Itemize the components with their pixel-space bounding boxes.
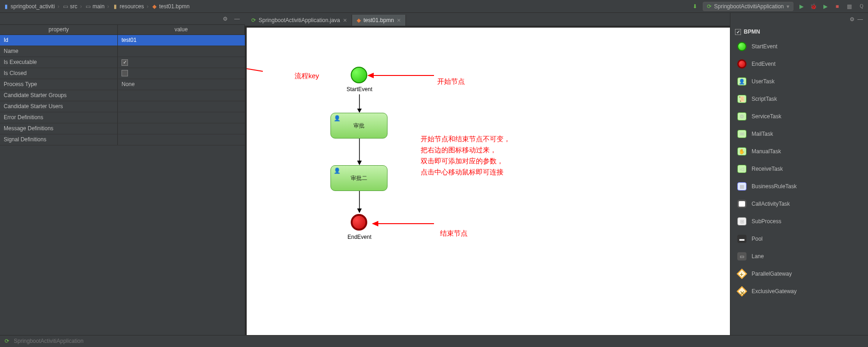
- property-value[interactable]: [118, 68, 245, 79]
- palette-item-usertask[interactable]: 👤UserTask: [730, 73, 868, 90]
- coverage-button[interactable]: ▶: [821, 2, 829, 11]
- pool-icon: ▬: [737, 234, 747, 244]
- property-row[interactable]: Idtest01: [0, 35, 245, 46]
- property-row[interactable]: Signal Definitions: [0, 134, 245, 145]
- rule-icon: ▦: [737, 181, 747, 191]
- palette-item-startevent[interactable]: StartEvent: [730, 38, 868, 55]
- palette-item-pool[interactable]: ▬Pool: [730, 230, 868, 248]
- tab-java-file[interactable]: ⟳ SpringbootActivitiApplication.java ✕: [247, 15, 352, 26]
- property-row[interactable]: Candidate Starter Users: [0, 101, 245, 112]
- gear-icon[interactable]: ⚙: [221, 15, 229, 23]
- property-row[interactable]: Candidate Starter Groups: [0, 90, 245, 101]
- close-icon[interactable]: ✕: [397, 17, 401, 23]
- bpmn-start-event[interactable]: [351, 67, 367, 83]
- sequence-flow[interactable]: [359, 191, 360, 213]
- palette-item-endevent[interactable]: EndEvent: [730, 55, 868, 73]
- resources-icon: ▮: [112, 3, 118, 10]
- breadcrumb-sep: ›: [107, 3, 109, 10]
- palette-item-label: CallActivityTask: [752, 201, 790, 207]
- tab-label: SpringbootActivitiApplication.java: [259, 17, 340, 23]
- palette-item-parallelgateway[interactable]: +ParallelGateway: [730, 265, 868, 283]
- top-toolbar-right: ⬇ ⟳ SpringbootActivitiApplication ▾ ▶ 🐞 …: [691, 2, 865, 11]
- property-value[interactable]: [118, 46, 245, 57]
- property-value[interactable]: [118, 90, 245, 101]
- svg-marker-11: [372, 221, 378, 226]
- property-header-property: property: [0, 25, 118, 35]
- bpmn-user-task-2[interactable]: 👤 审批二: [330, 165, 388, 191]
- exclusive-icon: ✕: [737, 286, 747, 296]
- breadcrumb-file[interactable]: ◆ test01.bpmn: [151, 3, 190, 10]
- property-name: Is Closed: [0, 68, 118, 79]
- tab-bpmn-file[interactable]: ◆ test01.bpmn ✕: [352, 15, 406, 26]
- property-value[interactable]: [118, 134, 245, 145]
- palette-item-callactivitytask[interactable]: CallActivityTask: [730, 195, 868, 213]
- palette-item-receivetask[interactable]: ◁ReceiveTask: [730, 160, 868, 178]
- search-button[interactable]: Ｑ: [857, 2, 865, 11]
- palette-item-subprocess[interactable]: ⊞SubProcess: [730, 213, 868, 230]
- breadcrumb-main[interactable]: ▭ main: [85, 3, 104, 10]
- palette-item-mailtask[interactable]: ✉MailTask: [730, 125, 868, 143]
- call-icon: [737, 199, 747, 209]
- gear-icon[interactable]: ⚙: [848, 15, 856, 23]
- property-value[interactable]: None: [118, 79, 245, 90]
- palette-item-servicetask[interactable]: ⚙ServiceTask: [730, 108, 868, 125]
- anno-line: 点击中心移动鼠标即可连接: [421, 167, 510, 178]
- run-button[interactable]: ▶: [797, 2, 805, 11]
- breadcrumb-project[interactable]: ▮ springboot_activiti: [3, 3, 55, 10]
- bpmn-user-task-1[interactable]: 👤 审批: [330, 113, 388, 139]
- breadcrumb-src[interactable]: ▭ src: [62, 3, 77, 10]
- property-row[interactable]: Message Definitions: [0, 123, 245, 134]
- annotation-arrow: [247, 46, 265, 74]
- sequence-flow[interactable]: [359, 94, 360, 113]
- palette-item-label: ReceiveTask: [752, 166, 783, 172]
- property-value[interactable]: [118, 57, 245, 68]
- close-icon[interactable]: ✕: [343, 17, 347, 23]
- property-value[interactable]: [118, 112, 245, 123]
- palette-item-label: ManualTask: [752, 148, 781, 155]
- bpmn-canvas[interactable]: StartEvent 👤 审批 👤 审批二: [247, 28, 730, 335]
- gear-icon: ⚙: [737, 111, 747, 121]
- property-panel-toolbar: ⚙ —: [0, 13, 245, 25]
- palette-item-label: SubProcess: [752, 218, 781, 225]
- layout-button[interactable]: ▦: [845, 2, 853, 11]
- bpmn-end-event[interactable]: [351, 214, 367, 231]
- checkbox-icon[interactable]: [122, 70, 128, 76]
- checkbox-icon[interactable]: ✓: [735, 29, 741, 35]
- editor-area: ⟳ SpringbootActivitiApplication.java ✕ ◆…: [245, 13, 730, 335]
- palette-item-scripttask[interactable]: 📜ScriptTask: [730, 90, 868, 108]
- stop-button[interactable]: ■: [833, 2, 841, 11]
- palette-panel: ⚙ — ✓ BPMN StartEventEndEvent👤UserTask📜S…: [730, 13, 868, 335]
- script-icon: 📜: [737, 94, 747, 104]
- palette-item-lane[interactable]: ▭Lane: [730, 248, 868, 265]
- breadcrumb-src-label: src: [70, 3, 77, 10]
- run-configuration-select[interactable]: ⟳ SpringbootActivitiApplication ▾: [703, 2, 793, 11]
- debug-button[interactable]: 🐞: [809, 2, 817, 11]
- checkbox-icon[interactable]: [122, 59, 128, 66]
- annotation-arrow: [367, 71, 436, 80]
- spring-icon: ⟳: [251, 17, 256, 23]
- palette-item-manualtask[interactable]: ✋ManualTask: [730, 143, 868, 160]
- property-value[interactable]: test01: [118, 35, 245, 46]
- property-row[interactable]: Name: [0, 46, 245, 57]
- bpmn-file-icon: ◆: [151, 3, 158, 10]
- user-icon: 👤: [334, 168, 341, 174]
- property-row[interactable]: Is Executable: [0, 57, 245, 68]
- minimize-panel-icon[interactable]: —: [856, 15, 864, 23]
- svg-line-6: [247, 51, 263, 71]
- palette-item-businessruletask[interactable]: ▦BusinessRuleTask: [730, 178, 868, 195]
- build-icon[interactable]: ⬇: [691, 2, 699, 11]
- palette-item-exclusivegateway[interactable]: ✕ExclusiveGateway: [730, 283, 868, 300]
- sequence-flow[interactable]: [359, 139, 360, 165]
- property-row[interactable]: Is Closed: [0, 68, 245, 79]
- property-value[interactable]: [118, 123, 245, 134]
- receive-icon: ◁: [737, 164, 747, 174]
- palette-item-label: UserTask: [752, 78, 775, 85]
- property-value[interactable]: [118, 101, 245, 112]
- property-row[interactable]: Error Definitions: [0, 112, 245, 123]
- bottom-run-app[interactable]: SpringbootActivitiApplication: [14, 338, 83, 344]
- folder-icon: ▭: [85, 3, 91, 10]
- palette-header[interactable]: ✓ BPMN: [730, 26, 868, 38]
- minimize-panel-icon[interactable]: —: [233, 15, 241, 23]
- property-row[interactable]: Process TypeNone: [0, 79, 245, 90]
- breadcrumb-resources[interactable]: ▮ resources: [112, 3, 144, 10]
